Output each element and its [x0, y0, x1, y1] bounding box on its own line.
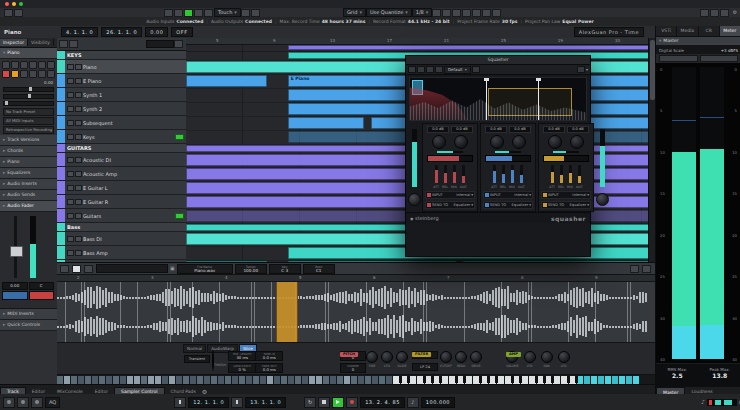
volume-slider[interactable] — [3, 87, 54, 92]
black-key[interactable] — [431, 376, 434, 383]
track-mute-button[interactable] — [67, 134, 74, 140]
delay-slider[interactable] — [3, 101, 54, 106]
add-track-button[interactable] — [59, 40, 68, 48]
black-key[interactable] — [575, 376, 578, 383]
slice-marker[interactable] — [219, 282, 220, 342]
track-row-acoustic-amp[interactable]: Acoustic Amp — [57, 167, 186, 181]
black-key[interactable] — [543, 376, 546, 383]
band-mini-slider[interactable] — [502, 165, 505, 183]
goto-left-locator-button[interactable] — [174, 397, 186, 408]
punch-display[interactable]: OFF — [171, 27, 192, 37]
inspector-info-row[interactable]: All MIDI Inputs — [3, 117, 54, 125]
track-search-icon[interactable] — [174, 40, 183, 48]
zoom-window-button[interactable] — [19, 2, 23, 6]
track-solo-button[interactable] — [75, 213, 82, 219]
track-mute-button[interactable] — [67, 106, 74, 112]
tempo-display[interactable]: 100.000 — [421, 397, 455, 408]
window-zone-left-button[interactable] — [700, 9, 709, 17]
drive-knob[interactable] — [470, 351, 482, 363]
thresh-knob[interactable] — [212, 350, 214, 371]
mute-button[interactable] — [2, 61, 10, 69]
inspector-section-track-versions[interactable]: ▸Track Versions — [0, 135, 57, 146]
fader-value[interactable]: 0.00 — [2, 282, 28, 290]
crossover-handle-1[interactable] — [486, 78, 487, 120]
plugin-menu-icon[interactable]: ▾ — [586, 68, 588, 72]
fine-knob[interactable] — [366, 351, 378, 363]
inspector-section-midi-inserts[interactable]: ▸MIDI Inserts — [0, 309, 57, 320]
band-routing-dropdown[interactable]: INPUTInternal▾ — [483, 191, 533, 199]
black-key[interactable] — [479, 376, 482, 383]
track-mute-button[interactable] — [67, 92, 74, 98]
listen-button[interactable] — [20, 61, 28, 69]
auto-scroll-button[interactable] — [241, 9, 250, 17]
inspector-tab-visibility[interactable]: Visibility — [28, 39, 54, 46]
slice-marker[interactable] — [501, 282, 502, 342]
band-mini-slider[interactable] — [511, 165, 514, 183]
slice-marker[interactable] — [426, 282, 427, 342]
track-solo-button[interactable] — [75, 157, 82, 163]
band-mini-slider[interactable] — [453, 165, 456, 183]
band-down-knob[interactable] — [454, 135, 468, 149]
track-row-bass[interactable]: Bass — [57, 223, 186, 232]
slice-marker[interactable] — [137, 282, 138, 342]
slice-mode-dropdown[interactable]: Transient — [184, 355, 210, 363]
band-up-knob[interactable] — [548, 135, 562, 149]
setup-toolbar-gear-icon[interactable]: ⚙ — [733, 10, 737, 15]
use-filter-button[interactable] — [69, 40, 78, 48]
band-mini-slider[interactable] — [569, 165, 572, 183]
freeze-button[interactable] — [20, 70, 28, 78]
slice-marker[interactable] — [568, 282, 569, 342]
inspector-info-row[interactable]: Retrospective Recording — [3, 126, 54, 134]
window-zone-right-button[interactable] — [720, 9, 729, 17]
plugin-write-button[interactable] — [426, 66, 434, 73]
track-mute-button[interactable] — [67, 213, 74, 219]
track-solo-button[interactable] — [75, 78, 82, 84]
track-row-e-guitar-l[interactable]: E Guitar L — [57, 181, 186, 195]
play-button[interactable] — [332, 397, 344, 408]
band-routing-dropdown[interactable]: INPUTInternal▾ — [541, 191, 591, 199]
track-mute-button[interactable] — [67, 185, 74, 191]
shuttle-display[interactable]: 0.00 — [145, 27, 168, 37]
fader-pan-value[interactable]: C — [29, 282, 55, 290]
slice-marker[interactable] — [531, 282, 532, 342]
stop-button[interactable] — [318, 397, 330, 408]
track-row-subsequent[interactable]: Subsequent — [57, 116, 186, 130]
select-tool-icon[interactable] — [432, 9, 441, 17]
sample-waveform[interactable] — [57, 282, 655, 343]
glue-tool-icon[interactable] — [472, 9, 481, 17]
sampler-display-root[interactable]: RootC1 — [303, 264, 335, 274]
sampler-display-tempo[interactable]: Tempo100.00 — [235, 264, 267, 274]
lock-button[interactable] — [47, 70, 55, 78]
band-value[interactable]: 0.0 dB — [427, 126, 449, 133]
track-mute-button[interactable] — [67, 120, 74, 126]
slice-marker[interactable] — [328, 282, 329, 342]
sampler-display-key[interactable]: KeyC 3 — [269, 264, 301, 274]
slice-marker[interactable] — [170, 282, 171, 342]
record-mode-button[interactable] — [3, 397, 15, 408]
track-mute-button[interactable] — [67, 250, 74, 256]
zoom-tool-icon[interactable] — [492, 9, 501, 17]
grid-type-dropdown[interactable]: Use Quantize▾ — [366, 8, 412, 17]
cycle-button[interactable]: ↻ — [304, 397, 316, 408]
inspector-track-section[interactable]: ▾Piano — [0, 48, 57, 59]
band-amount-slider[interactable] — [543, 155, 589, 162]
slice-marker[interactable] — [84, 282, 85, 342]
sampler-zoom-button[interactable] — [630, 265, 639, 273]
meter-mode-button[interactable] — [700, 55, 739, 62]
slice-marker[interactable] — [325, 282, 326, 342]
auto-quantize-button[interactable]: AQ — [45, 397, 60, 408]
right-locator-display[interactable]: 26. 1. 1. 0 — [101, 27, 142, 37]
band-routing-dropdown[interactable]: SEND TOEqualizer▾ — [425, 201, 475, 209]
quantize-preset-dropdown[interactable]: 1/8▾ — [412, 8, 433, 17]
audio-event[interactable] — [288, 117, 364, 129]
automation-mode-dropdown[interactable]: Touch▾ — [214, 8, 241, 17]
slice-marker[interactable] — [366, 282, 367, 342]
black-key[interactable] — [439, 376, 442, 383]
track-solo-button[interactable] — [75, 106, 82, 112]
track-mute-button[interactable] — [67, 236, 74, 242]
selected-slice[interactable] — [276, 282, 298, 342]
black-key[interactable] — [407, 376, 410, 383]
punch-out-button[interactable] — [31, 397, 43, 408]
black-key[interactable] — [455, 376, 458, 383]
glide-knob[interactable] — [396, 351, 408, 363]
